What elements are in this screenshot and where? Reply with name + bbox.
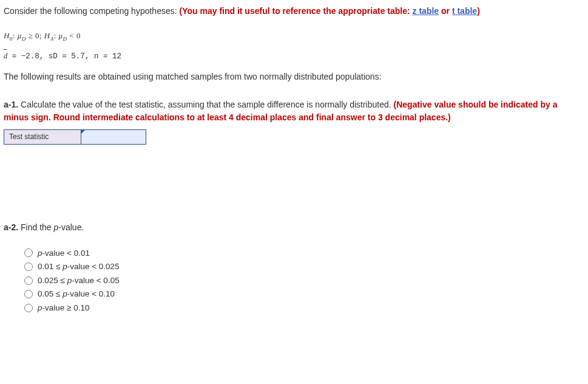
intro-red-text: (You may find it useful to reference the…	[180, 6, 480, 16]
hypotheses-line: H0: μD ≥ 0; HA: μD < 0	[4, 30, 584, 43]
test-statistic-table: Test statistic	[4, 129, 146, 145]
stats-line: d = −2.8, sD = 5.7, n = 12	[4, 49, 584, 62]
option-4: 0.05 ≤ p-value < 0.10	[24, 288, 584, 300]
option-2: 0.01 ≤ p-value < 0.025	[24, 261, 584, 273]
option-2-radio[interactable]	[24, 262, 33, 271]
question-a1: a-1. Calculate the value of the test sta…	[4, 98, 584, 123]
option-5-radio[interactable]	[24, 304, 33, 312]
pvalue-options: p-value < 0.01 0.01 ≤ p-value < 0.025 0.…	[24, 247, 584, 314]
test-statistic-cell	[81, 129, 146, 144]
a1-label: a-1.	[4, 100, 18, 109]
test-statistic-label: Test statistic	[4, 129, 81, 144]
t-table-link[interactable]: t table	[452, 6, 477, 16]
option-3-radio[interactable]	[24, 276, 33, 285]
option-5: p-value ≥ 0.10	[24, 302, 584, 314]
body-text: The following results are obtained using…	[4, 70, 584, 83]
option-4-radio[interactable]	[24, 290, 33, 298]
z-table-link[interactable]: z table	[413, 6, 439, 16]
option-2-label: 0.01 ≤ p-value < 0.025	[38, 261, 120, 273]
intro-paragraph: Consider the following competing hypothe…	[4, 5, 584, 17]
option-3: 0.025 ≤ p-value < 0.05	[24, 275, 584, 287]
option-5-label: p-value ≥ 0.10	[38, 302, 89, 314]
option-4-label: 0.05 ≤ p-value < 0.10	[38, 288, 115, 300]
d-bar-symbol: d	[4, 49, 7, 61]
question-a2: a-2. Find the p-value.	[4, 221, 584, 233]
intro-lead: Consider the following competing hypothe…	[4, 6, 180, 16]
option-1: p-value < 0.01	[24, 247, 584, 259]
table-row: Test statistic	[4, 129, 146, 144]
test-statistic-input[interactable]	[81, 131, 146, 143]
a2-label: a-2.	[4, 222, 18, 232]
option-1-label: p-value < 0.01	[38, 247, 90, 259]
option-3-label: 0.025 ≤ p-value < 0.05	[38, 275, 120, 287]
option-1-radio[interactable]	[24, 249, 33, 257]
